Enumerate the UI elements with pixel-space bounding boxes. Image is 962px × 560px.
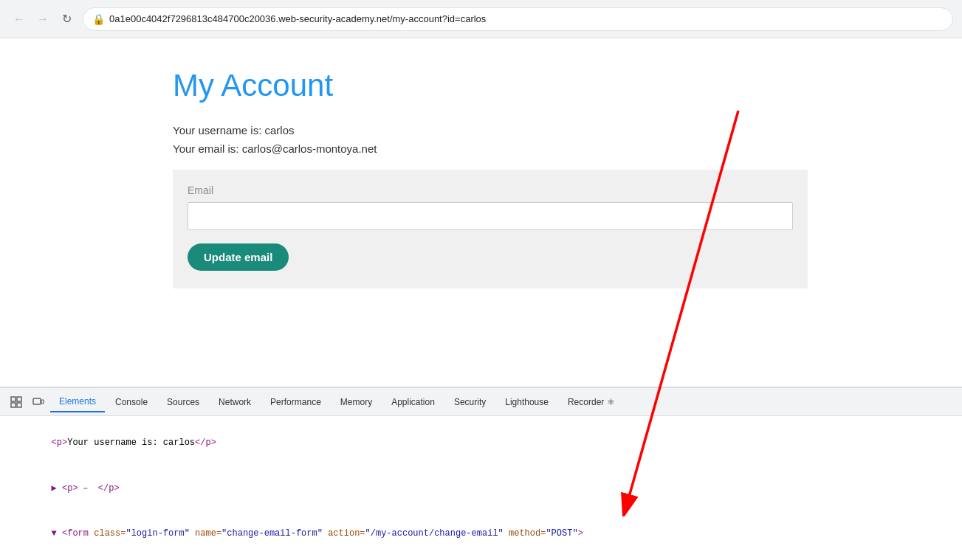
- back-button[interactable]: ←: [9, 9, 30, 30]
- inspect-element-button[interactable]: [6, 392, 27, 412]
- devtools-code-view: <p>Your username is: carlos</p> ▶ <p>⋯ <…: [0, 416, 962, 560]
- url-text: 0a1e00c4042f7296813c484700c20036.web-sec…: [109, 13, 486, 24]
- address-bar[interactable]: 🔒 0a1e00c4042f7296813c484700c20036.web-s…: [83, 7, 953, 31]
- tab-console[interactable]: Console: [106, 393, 157, 412]
- tab-network[interactable]: Network: [210, 393, 260, 412]
- tab-sources[interactable]: Sources: [158, 393, 208, 412]
- code-line-2: ▼ <form class="login-form" name="change-…: [9, 511, 953, 556]
- username-display: Your username is: carlos: [173, 124, 789, 136]
- forward-button[interactable]: →: [32, 9, 53, 30]
- email-display: Your email is: carlos@carlos-montoya.net: [173, 142, 789, 155]
- tab-performance[interactable]: Performance: [261, 393, 330, 412]
- browser-chrome: ← → ↻ 🔒 0a1e00c4042f7296813c484700c20036…: [0, 0, 962, 38]
- email-form-container: Email Update email: [173, 170, 808, 288]
- devtools-tabbar: Elements Console Sources Network Perform…: [0, 388, 962, 416]
- svg-rect-3: [17, 397, 21, 401]
- email-input[interactable]: [188, 202, 793, 230]
- tab-application[interactable]: Application: [382, 393, 444, 412]
- expand-dots[interactable]: ⋯: [78, 481, 93, 496]
- main-content: My Account Your username is: carlos Your…: [0, 38, 962, 387]
- tab-elements[interactable]: Elements: [50, 392, 105, 412]
- svg-rect-5: [17, 403, 21, 407]
- svg-rect-4: [11, 403, 16, 407]
- lock-icon: 🔒: [92, 13, 105, 25]
- code-line-1: ▶ <p>⋯ </p>: [9, 466, 953, 511]
- devtools-panel: Elements Console Sources Network Perform…: [0, 387, 962, 560]
- page-title: My Account: [173, 68, 789, 103]
- device-toolbar-button[interactable]: [28, 392, 49, 412]
- code-line-0: <p>Your username is: carlos</p>: [9, 421, 953, 466]
- tab-recorder[interactable]: Recorder ⚛: [559, 393, 624, 412]
- tab-memory[interactable]: Memory: [331, 393, 381, 412]
- update-email-button[interactable]: Update email: [188, 243, 289, 271]
- reload-button[interactable]: ↻: [56, 9, 77, 30]
- tab-lighthouse[interactable]: Lighthouse: [496, 393, 557, 412]
- svg-rect-7: [41, 400, 44, 404]
- email-input-label: Email: [188, 184, 793, 196]
- tab-security[interactable]: Security: [445, 393, 495, 412]
- code-line-3: <label>Email</label>: [9, 556, 953, 560]
- nav-buttons: ← → ↻: [9, 9, 77, 30]
- svg-rect-2: [11, 397, 16, 401]
- svg-rect-6: [33, 398, 41, 404]
